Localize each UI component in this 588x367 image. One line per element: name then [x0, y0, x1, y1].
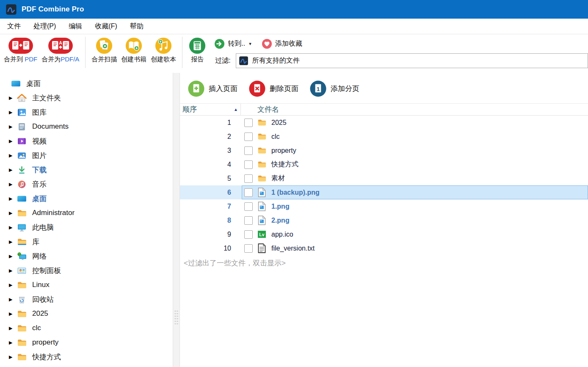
file-name: 2025 — [271, 119, 287, 127]
expand-arrow-icon[interactable]: ▶ — [9, 268, 17, 273]
expand-arrow-icon[interactable]: ▶ — [9, 225, 17, 230]
expand-arrow-icon[interactable]: ▶ — [9, 124, 17, 130]
expand-arrow-icon[interactable]: ▶ — [9, 153, 17, 158]
toolbar-button-icon — [95, 36, 113, 55]
expand-arrow-icon[interactable]: ▶ — [9, 210, 17, 216]
add-pagebreak-button[interactable]: 1 添加分页 — [309, 80, 359, 97]
expand-arrow-icon[interactable]: ▶ — [9, 95, 17, 101]
file-list-panel: 插入页面 删除页面 1 添加分页 顺序 ▲ 文件名 1 2025 — [180, 73, 588, 367]
merge-to-pdf-button[interactable]: 合并到 PDF — [2, 36, 39, 64]
expand-arrow-icon[interactable]: ▶ — [9, 138, 17, 144]
sidebar-tree-item[interactable]: ▶ 快捷方式 — [0, 350, 173, 364]
file-row[interactable]: 3 property — [180, 143, 588, 157]
tree-item-icon — [17, 166, 28, 174]
sidebar-tree-item[interactable]: ▶ 此电脑 — [0, 220, 173, 235]
sidebar-tree-item[interactable]: ▶ 图片 — [0, 148, 173, 163]
tree-item-label: clc — [32, 324, 41, 332]
tree-item-icon — [17, 194, 28, 203]
sidebar-tree-item[interactable]: ▶ 图库 — [0, 105, 173, 119]
delete-pages-button[interactable]: 删除页面 — [248, 80, 298, 97]
tree-item-icon — [17, 252, 28, 261]
titlebar: PDF Combine Pro — [0, 0, 588, 19]
menu-item[interactable]: 处理(P) — [27, 22, 62, 31]
file-row[interactable]: 4 快捷方式 — [180, 157, 588, 171]
row-checkbox[interactable] — [244, 202, 253, 211]
filter-combobox[interactable]: 所有支持的文件 — [236, 53, 588, 68]
row-checkbox[interactable] — [244, 146, 253, 155]
sidebar-tree-item[interactable]: ▶ 控制面板 — [0, 263, 173, 278]
column-header-order[interactable]: 顺序 ▲ — [180, 104, 240, 115]
sidebar-tree-item[interactable]: ▶ Linux — [0, 278, 173, 292]
expand-arrow-icon[interactable]: ▶ — [9, 239, 17, 245]
file-row[interactable]: 9 Lv app.ico — [180, 227, 588, 241]
expand-arrow-icon[interactable]: ▶ — [9, 110, 17, 115]
file-row[interactable]: 7 1.png — [180, 199, 588, 213]
add-favorite-button[interactable]: 添加收藏 — [262, 39, 302, 49]
expand-arrow-icon[interactable]: ▶ — [9, 326, 17, 331]
expand-arrow-icon[interactable]: ▶ — [9, 354, 17, 360]
file-type-icon — [257, 201, 268, 212]
sidebar-tree-item[interactable]: ▶ 库 — [0, 235, 173, 249]
sidebar-tree-item[interactable]: ▶ 音乐 — [0, 177, 173, 191]
row-checkbox[interactable] — [244, 119, 253, 127]
row-checkbox[interactable] — [244, 132, 253, 141]
sidebar-tree-item[interactable]: ▶ clc — [0, 321, 173, 335]
merge-buttons-group: 合并到 PDF A 合并为PDF/A — [2, 36, 81, 64]
sidebar-tree-item[interactable]: ▶ Administrator — [0, 206, 173, 220]
tree-item-label: Documents — [32, 122, 69, 131]
file-row[interactable]: 10 file_version.txt — [180, 241, 588, 255]
chevron-down-icon[interactable]: ▾ — [249, 41, 251, 47]
report-button[interactable]: 报告 — [186, 36, 208, 64]
splitter-grip-icon[interactable] — [174, 310, 179, 324]
merge-scan-button[interactable]: 合并扫描 — [89, 36, 119, 64]
expand-arrow-icon[interactable]: ▶ — [9, 196, 17, 201]
insert-pages-button[interactable]: 插入页面 — [188, 80, 237, 97]
expand-arrow-icon[interactable]: ▶ — [9, 340, 17, 345]
sidebar-tree-item[interactable]: ▶ 下载 — [0, 163, 173, 177]
file-row[interactable]: 1 2025 — [180, 116, 588, 130]
sidebar-tree-item[interactable]: ▶ 视频 — [0, 134, 173, 148]
menu-item[interactable]: 收藏(F) — [88, 22, 123, 31]
row-checkbox[interactable] — [244, 244, 253, 253]
file-row[interactable]: 5 素材 — [180, 171, 588, 185]
sidebar-tree-item[interactable]: ▶ 主文件夹 — [0, 91, 173, 105]
sidebar-tree-item[interactable]: ▶ Documents — [0, 119, 173, 134]
row-checkbox[interactable] — [244, 174, 253, 183]
goto-button[interactable]: 转到.. ▾ — [214, 39, 251, 49]
file-row[interactable]: 6 1 (backup).png — [180, 185, 588, 199]
column-header-name[interactable]: 文件名 — [241, 105, 279, 114]
sidebar-tree-item[interactable]: ▶ 桌面 — [0, 76, 173, 91]
sidebar-tree-item[interactable]: ▶ 2025 — [0, 306, 173, 321]
merge-to-pdfa-button[interactable]: A 合并为PDF/A — [39, 36, 81, 64]
row-checkbox[interactable] — [244, 230, 253, 239]
sidebar-tree-item[interactable]: ▶ 桌面 — [0, 191, 173, 206]
row-checkbox[interactable] — [244, 160, 253, 169]
splitter[interactable] — [173, 73, 180, 367]
report-icon — [188, 36, 206, 55]
tree-item-icon — [17, 281, 28, 290]
expand-arrow-icon[interactable]: ▶ — [9, 297, 17, 302]
filtered-files-note: <过滤出了一些文件，双击显示> — [180, 258, 588, 268]
file-type-icon — [257, 174, 268, 184]
file-row[interactable]: 2 clc — [180, 130, 588, 143]
row-checkbox[interactable] — [244, 188, 253, 197]
sidebar-tree-item[interactable]: ▶ 网络 — [0, 249, 173, 263]
row-checkbox[interactable] — [244, 216, 253, 225]
row-order-number: 3 — [180, 147, 240, 155]
expand-arrow-icon[interactable]: ▶ — [9, 311, 17, 317]
create-book-button[interactable]: 创建书籍 — [119, 36, 149, 64]
sidebar-tree-item[interactable]: ▶ property — [0, 335, 173, 350]
file-row[interactable]: 8 2.png — [180, 213, 588, 227]
tree-item-label: 2025 — [32, 309, 48, 318]
expand-arrow-icon[interactable]: ▶ — [9, 254, 17, 259]
menu-item[interactable]: 编辑 — [62, 22, 88, 31]
sidebar-tree-item[interactable]: ▶ 回收站 — [0, 292, 173, 306]
menu-item[interactable]: 帮助 — [124, 22, 150, 31]
create-songbook-button[interactable]: 创建歌本 — [149, 36, 178, 64]
expand-arrow-icon[interactable]: ▶ — [9, 282, 17, 288]
row-focus-area: property — [242, 143, 588, 157]
app-icon — [6, 4, 17, 15]
expand-arrow-icon[interactable]: ▶ — [9, 182, 17, 187]
menu-item[interactable]: 文件 — [1, 22, 27, 31]
expand-arrow-icon[interactable]: ▶ — [9, 167, 17, 173]
